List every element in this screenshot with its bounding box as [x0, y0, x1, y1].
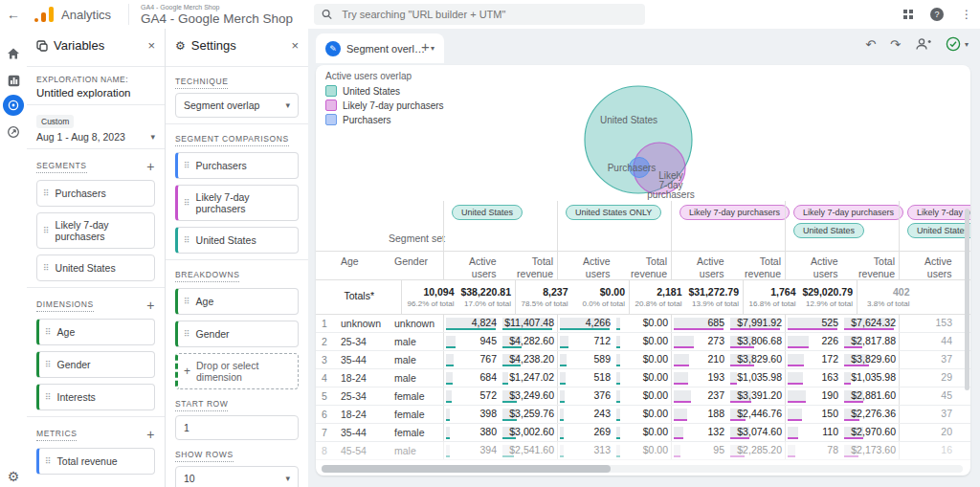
- metric-value: 589: [593, 351, 611, 367]
- date-range-selector[interactable]: Aug 1 - Aug 8, 2023 ▾: [36, 131, 155, 143]
- add-tab-button[interactable]: +: [421, 38, 430, 55]
- table-row[interactable]: 225-34male945$4,282.60712$0.00273$3,806.…: [316, 333, 970, 351]
- metric-cell-group: 95$2,285.20: [671, 442, 785, 459]
- metric-cell-group: 237$3,391.20: [671, 387, 785, 405]
- metric-card[interactable]: ⠿Total revenue: [36, 448, 155, 475]
- ga4-app-window: ← Analytics GA4 - Google Merch Shop GA4 …: [0, 0, 980, 487]
- search-input[interactable]: [340, 8, 637, 21]
- segment-set-label: Segment set: [389, 232, 445, 244]
- value-bar: [674, 445, 680, 457]
- age-cell: 35-44: [341, 427, 394, 438]
- breakdown-card[interactable]: ⠿Age: [175, 288, 299, 315]
- metric-cell: 572: [444, 387, 501, 405]
- close-settings-icon[interactable]: ×: [291, 38, 299, 53]
- help-icon[interactable]: ?: [930, 8, 944, 21]
- search-bar[interactable]: [314, 4, 645, 25]
- metric-value: 193: [707, 369, 724, 386]
- share-user-add-icon[interactable]: [915, 37, 931, 51]
- close-variables-icon[interactable]: ×: [147, 38, 155, 53]
- value-bar: [446, 390, 452, 403]
- breakdown-card[interactable]: ⠿Gender: [175, 321, 299, 347]
- age-cell: unknown: [341, 318, 394, 329]
- dimension-card[interactable]: ⠿Age: [36, 319, 155, 345]
- metric-cell-group: 243$0.00: [557, 406, 671, 423]
- add-segment-button[interactable]: +: [146, 159, 155, 174]
- metric-value: $0.00: [643, 351, 668, 367]
- dimension-header: Age: [341, 252, 394, 279]
- metric-cell-group: 269$0.00: [557, 424, 671, 441]
- table-row[interactable]: 525-34female572$3,249.60376$0.00237$3,39…: [316, 387, 970, 406]
- settings-gear-icon: ⚙: [175, 39, 186, 53]
- metric-cell-group: 273$3,806.68: [671, 333, 785, 350]
- metric-value: 273: [707, 333, 724, 349]
- value-bar: [674, 336, 694, 348]
- exploration-canvas-area: ✎ Segment overl… ▾ + ↶ ↷ ▾ Active users …: [308, 29, 980, 487]
- show-rows-dropdown[interactable]: 10 ▾: [175, 466, 299, 487]
- dimension-card[interactable]: ⠿Interests: [36, 384, 155, 410]
- table-row[interactable]: 618-24female398$3,259.76243$0.00188$2,44…: [316, 406, 970, 424]
- metric-cell-group: 44: [899, 333, 970, 350]
- back-arrow-icon[interactable]: ←: [0, 7, 27, 22]
- add-metric-button[interactable]: +: [146, 427, 155, 442]
- value-bar: [446, 409, 450, 421]
- home-icon[interactable]: [0, 42, 27, 65]
- metric-cell: $1,247.02: [501, 369, 558, 387]
- metric-cell-group: 685$7,991.92: [671, 315, 785, 332]
- metric-cell-group: 767$4,238.20: [443, 351, 557, 368]
- horizontal-scrollbar-thumb[interactable]: [322, 465, 611, 473]
- metric-cell: 525: [786, 315, 842, 332]
- edit-pencil-icon: ✎: [325, 41, 341, 56]
- admin-gear-icon[interactable]: ⚙: [0, 465, 27, 487]
- check-circle-icon: [946, 36, 961, 52]
- value-bar: [616, 445, 620, 457]
- overflow-menu-icon[interactable]: ⋮: [961, 8, 972, 21]
- metric-value: $3,806.68: [737, 333, 782, 349]
- saved-status-menu[interactable]: ▾: [946, 36, 969, 52]
- redo-icon[interactable]: ↷: [890, 37, 901, 52]
- metric-value: 313: [593, 442, 611, 458]
- metric-cell: 4,824: [444, 315, 501, 332]
- reports-icon[interactable]: [0, 69, 27, 92]
- segment-card[interactable]: ⠿United States: [36, 255, 155, 281]
- advertising-icon[interactable]: [0, 121, 27, 144]
- segment-card[interactable]: ⠿Purchasers: [36, 180, 155, 207]
- segment-comparison-card[interactable]: ⠿Purchasers: [175, 152, 299, 179]
- metric-cell: 150: [786, 406, 842, 423]
- metric-cell: 380: [444, 424, 501, 441]
- metric-cell-group: 132$3,074.60: [671, 424, 785, 441]
- explore-icon-active[interactable]: [0, 94, 27, 117]
- metric-cell: 226: [786, 333, 842, 350]
- chevron-down-icon: ▾: [431, 44, 434, 53]
- value-bar: [616, 409, 620, 421]
- table-row[interactable]: 1unknownunknown4,824$11,407.484,266$0.00…: [316, 315, 970, 333]
- table-row[interactable]: 845-54male394$2,541.60313$0.0095$2,285.2…: [316, 442, 970, 460]
- metric-cell: 4,266: [558, 315, 614, 332]
- age-cell: 18-24: [341, 409, 394, 420]
- start-row-input[interactable]: 1: [175, 415, 299, 440]
- account-name[interactable]: GA4 - Google Merch Shop: [141, 12, 293, 26]
- drop-dimension-target[interactable]: + Drop or select dimension: [175, 353, 299, 389]
- metric-cell-group: 525$7,624.32: [785, 315, 899, 332]
- value-bar: [502, 372, 508, 385]
- metric-value: 4,266: [586, 315, 611, 331]
- exploration-name-value[interactable]: Untitled exploration: [36, 87, 155, 99]
- metric-cell: 29: [900, 369, 956, 387]
- value-bar: [560, 372, 566, 385]
- table-row[interactable]: 735-44female380$3,002.60269$0.00132$3,07…: [316, 424, 970, 442]
- add-dimension-button[interactable]: +: [146, 298, 155, 313]
- segment-comparison-card[interactable]: ⠿Likely 7-day purchasers: [175, 185, 299, 221]
- segment-card[interactable]: ⠿Likely 7-day purchasers: [36, 212, 155, 249]
- undo-icon[interactable]: ↶: [865, 37, 876, 52]
- segment-comparison-card[interactable]: ⠿United States: [175, 227, 299, 254]
- apps-grid-icon[interactable]: [903, 10, 913, 19]
- metric-cell-group: 210$3,829.60: [671, 351, 785, 368]
- vertical-scrollbar-thumb[interactable]: [965, 209, 969, 390]
- card-label: Purchasers: [196, 160, 247, 171]
- dimension-card[interactable]: ⠿Gender: [36, 351, 155, 378]
- table-row[interactable]: 418-24male684$1,247.02518$0.00193$1,035.…: [316, 369, 970, 387]
- table-row[interactable]: 335-44male767$4,238.20589$0.00210$3,829.…: [316, 351, 970, 369]
- value-bar: [788, 409, 802, 421]
- metric-cell: $3,806.68: [728, 333, 786, 350]
- value-bar: [446, 336, 456, 348]
- technique-dropdown[interactable]: Segment overlap ▾: [175, 93, 299, 118]
